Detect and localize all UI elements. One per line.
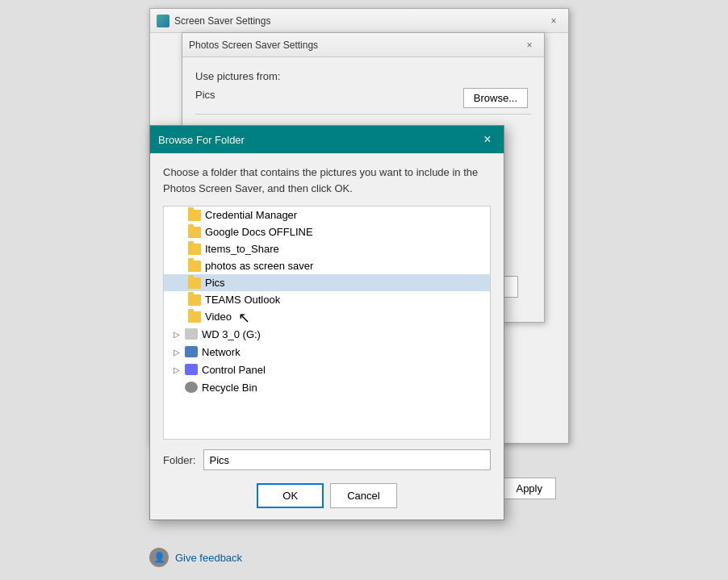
tree-item-network[interactable]: ▷ Network <box>164 343 490 361</box>
tree-item-label-wd: WD 3_0 (G:) <box>202 328 261 340</box>
tree-item-label-recycle: Recycle Bin <box>202 382 257 394</box>
network-icon <box>185 346 198 357</box>
folder-row: Folder: <box>163 449 491 470</box>
saver-apply-button[interactable]: Apply <box>502 478 556 499</box>
expand-icon-wd: ▷ <box>170 328 183 340</box>
pics-value: Pics <box>195 89 215 101</box>
tree-item-credential[interactable]: Credential Manager <box>164 207 490 223</box>
photos-close-button[interactable]: × <box>521 37 538 53</box>
folder-icon-google <box>188 227 201 238</box>
tree-item-label-video: Video <box>205 311 232 323</box>
drive-icon-wd <box>185 328 198 340</box>
browse-close-button[interactable]: × <box>479 131 496 148</box>
expand-icon-cp: ▷ <box>170 363 183 376</box>
folder-input[interactable] <box>203 449 491 470</box>
recycle-icon <box>185 382 198 393</box>
tree-item-label-network: Network <box>202 346 241 358</box>
folder-icon-pics <box>188 277 201 289</box>
photos-title: Photos Screen Saver Settings <box>189 40 318 51</box>
browse-button[interactable]: Browse... <box>463 88 528 108</box>
browse-titlebar: Browse For Folder × <box>150 126 504 153</box>
tree-item-photos-ss[interactable]: photos as screen saver <box>164 257 490 274</box>
folder-icon-items-share <box>188 244 201 255</box>
give-feedback-text: Give feedback <box>175 552 242 564</box>
tree-item-label-cp: Control Panel <box>202 364 266 376</box>
browse-instruction: Choose a folder that contains the pictur… <box>163 165 491 196</box>
folder-icon-teams <box>188 294 201 306</box>
expand-icon-network: ▷ <box>170 345 183 358</box>
tree-item-label-items-share: Items_to_Share <box>205 243 279 255</box>
folder-icon-credential <box>188 210 201 221</box>
photos-title-text: Photos Screen Saver Settings <box>189 40 318 51</box>
tree-item-control-panel[interactable]: ▷ Control Panel <box>164 361 490 378</box>
use-pictures-label: Use pictures from: <box>195 70 531 82</box>
tree-item-items-share[interactable]: Items_to_Share <box>164 240 490 257</box>
photos-divider <box>195 114 531 115</box>
folder-icon-photos-ss <box>188 261 201 272</box>
tree-item-recycle[interactable]: ▷ Recycle Bin <box>164 378 490 396</box>
tree-item-label-teams: TEAMS Outlook <box>205 294 280 306</box>
screen-saver-titlebar: Screen Saver Settings × <box>150 9 568 33</box>
tree-item-video[interactable]: Video <box>164 308 490 325</box>
give-feedback-link[interactable]: 👤 Give feedback <box>149 548 242 567</box>
cp-icon <box>185 364 198 375</box>
browse-title-text: Browse For Folder <box>158 134 245 146</box>
screen-saver-title-text: Screen Saver Settings <box>174 15 270 27</box>
tree-item-teams[interactable]: TEAMS Outlook <box>164 291 490 308</box>
screen-saver-title: Screen Saver Settings <box>157 15 270 27</box>
screen-saver-icon <box>157 15 169 27</box>
folder-icon-video <box>188 311 201 323</box>
screen-saver-close-button[interactable]: × <box>546 13 562 29</box>
browse-dialog-buttons: OK Cancel <box>163 483 491 508</box>
folder-label: Folder: <box>163 454 195 466</box>
tree-item-google[interactable]: Google Docs OFFLINE <box>164 223 490 240</box>
browse-ok-button[interactable]: OK <box>257 483 324 508</box>
tree-item-label-google: Google Docs OFFLINE <box>205 226 313 238</box>
browse-cancel-button[interactable]: Cancel <box>330 483 396 508</box>
tree-item-pics[interactable]: Pics <box>164 274 490 291</box>
browse-body: Choose a folder that contains the pictur… <box>150 153 504 519</box>
tree-item-label-credential: Credential Manager <box>205 209 297 221</box>
tree-item-label-photos-ss: photos as screen saver <box>205 260 313 272</box>
feedback-icon: 👤 <box>149 548 169 567</box>
tree-item-wd[interactable]: ▷ WD 3_0 (G:) <box>164 325 490 343</box>
photos-titlebar: Photos Screen Saver Settings × <box>182 33 544 57</box>
tree-item-label-pics: Pics <box>205 277 225 289</box>
browse-for-folder-dialog: Browse For Folder × Choose a folder that… <box>149 125 504 520</box>
folder-tree[interactable]: Credential Manager Google Docs OFFLINE I… <box>163 206 491 440</box>
